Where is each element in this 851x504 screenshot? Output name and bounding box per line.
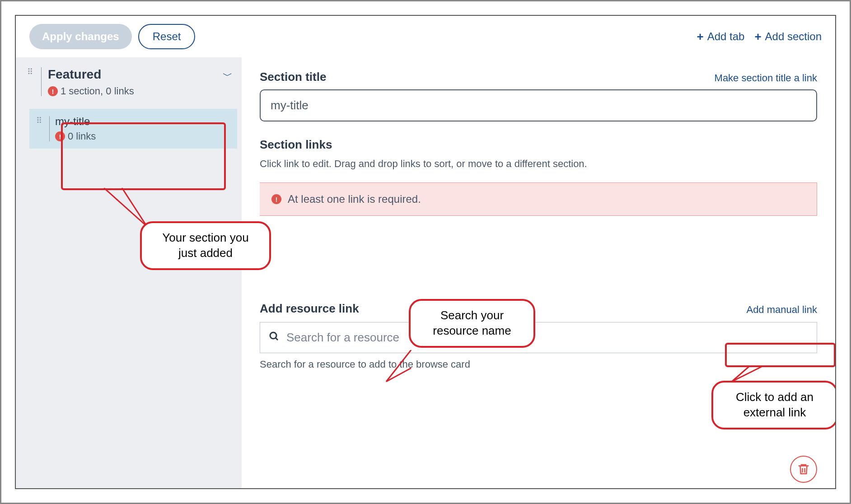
section-title-input[interactable] xyxy=(260,89,817,121)
svg-line-1 xyxy=(276,338,278,340)
error-message: At least one link is required. xyxy=(288,193,421,205)
sidebar: ⠿ Featured ﹀ ! 1 section, 0 links ⠿ xyxy=(16,57,242,489)
accordion-subtitle: ! 1 section, 0 links xyxy=(48,85,233,97)
sidebar-section-item[interactable]: ⠿ my-title ! 0 links xyxy=(29,109,237,149)
warning-icon: ! xyxy=(48,86,58,96)
warning-icon: ! xyxy=(271,194,281,204)
divider xyxy=(49,116,50,141)
svg-point-0 xyxy=(270,332,276,339)
search-help-text: Search for a resource to add to the brow… xyxy=(260,359,817,370)
add-section-button[interactable]: + Add section xyxy=(754,30,822,44)
section-title-label: Section title xyxy=(260,70,326,84)
add-resource-label: Add resource link xyxy=(260,302,359,316)
add-tab-button[interactable]: + Add tab xyxy=(697,30,744,44)
annotation-callout-manual-link: Click to add an external link xyxy=(711,381,836,429)
plus-icon: + xyxy=(754,30,761,44)
error-banner: ! At least one link is required. xyxy=(260,182,817,216)
add-manual-link-button[interactable]: Add manual link xyxy=(746,304,817,316)
accordion-title: Featured xyxy=(48,67,223,82)
featured-accordion[interactable]: ⠿ Featured ﹀ ! 1 section, 0 links xyxy=(20,64,237,100)
reset-button[interactable]: Reset xyxy=(138,24,196,49)
divider xyxy=(41,67,42,96)
annotation-callout-section: Your section you just added xyxy=(140,221,271,270)
search-icon xyxy=(269,331,280,345)
section-links-label: Section links xyxy=(260,138,817,152)
drag-handle-icon[interactable]: ⠿ xyxy=(34,115,44,123)
add-tab-label: Add tab xyxy=(707,30,745,43)
delete-button[interactable] xyxy=(790,456,817,483)
annotation-callout-search: Search your resource name xyxy=(409,299,535,348)
warning-icon: ! xyxy=(55,131,65,141)
section-item-title: my-title xyxy=(55,115,96,128)
make-title-link-button[interactable]: Make section title a link xyxy=(715,72,817,84)
apply-changes-button[interactable]: Apply changes xyxy=(29,24,132,49)
drag-handle-icon[interactable]: ⠿ xyxy=(25,66,35,74)
section-item-subtitle: ! 0 links xyxy=(55,131,96,142)
toolbar: Apply changes Reset + Add tab + Add sect… xyxy=(16,16,835,57)
chevron-down-icon[interactable]: ﹀ xyxy=(223,69,233,83)
add-section-label: Add section xyxy=(765,30,822,43)
resource-search-input[interactable] xyxy=(260,322,817,353)
section-links-help: Click link to edit. Drag and drop links … xyxy=(260,158,817,170)
plus-icon: + xyxy=(697,30,703,44)
trash-icon xyxy=(797,462,810,476)
